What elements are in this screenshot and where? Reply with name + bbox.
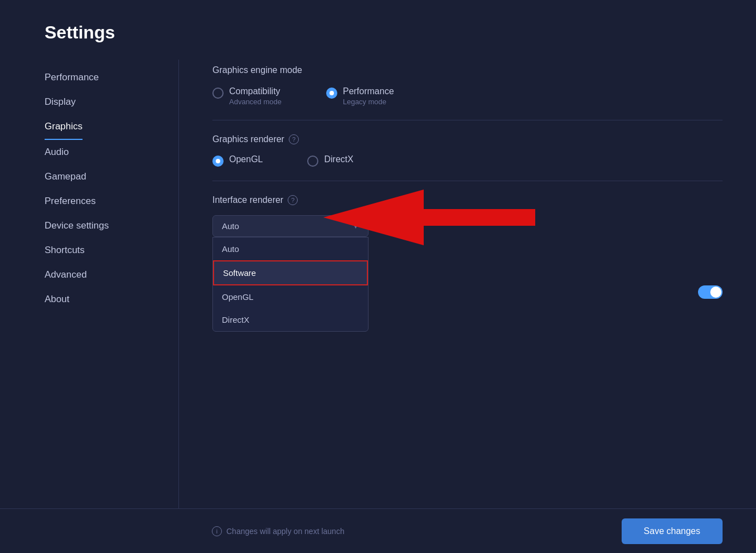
radio-performance[interactable]: Performance Legacy mode (326, 86, 394, 106)
graphics-engine-mode-group: Compatibility Advanced mode Performance … (212, 86, 723, 106)
interface-renderer-selected-value: Auto (222, 221, 239, 231)
footer-notice: i Changes will apply on next launch (212, 526, 345, 536)
sidebar-item-performance[interactable]: Performance (45, 65, 156, 90)
page-title: Settings (0, 0, 756, 60)
sidebar-item-shortcuts[interactable]: Shortcuts (45, 238, 156, 263)
separator-1 (212, 120, 723, 120)
radio-opengl-label: OpenGL (229, 154, 263, 164)
interface-renderer-help-icon[interactable]: ? (288, 195, 298, 205)
graphics-engine-mode-title: Graphics engine mode (212, 65, 723, 75)
footer: i Changes will apply on next launch Save… (0, 508, 756, 553)
sidebar-item-graphics[interactable]: Graphics (45, 114, 83, 140)
dropdown-item-software[interactable]: Software (213, 260, 368, 285)
graphics-renderer-header: Graphics renderer ? (212, 134, 723, 144)
radio-compatibility-label: Compatibility (229, 86, 282, 96)
radio-compatibility-sublabel: Advanced mode (229, 98, 282, 106)
radio-performance-sublabel: Legacy mode (343, 98, 394, 106)
sidebar-item-about[interactable]: About (45, 287, 156, 312)
interface-renderer-title: Interface renderer (212, 195, 283, 205)
radio-compatibility[interactable]: Compatibility Advanced mode (212, 86, 282, 106)
interface-renderer-dropdown-menu: Auto Software OpenGL DirectX (212, 237, 369, 332)
sidebar-item-display[interactable]: Display (45, 90, 156, 114)
radio-circle-directx (307, 156, 318, 167)
main-content: Graphics engine mode Compatibility Advan… (179, 60, 756, 551)
interface-renderer-dropdown-button[interactable]: Auto ▼ (212, 215, 369, 237)
sidebar-item-advanced[interactable]: Advanced (45, 263, 156, 287)
radio-circle-opengl (212, 156, 224, 167)
radio-performance-label: Performance (343, 86, 394, 96)
radio-opengl[interactable]: OpenGL (212, 154, 263, 167)
radio-directx-label: DirectX (324, 154, 353, 164)
interface-renderer-dropdown[interactable]: Auto ▼ Auto Software OpenGL DirectX (212, 215, 369, 237)
sidebar-item-device-settings[interactable]: Device settings (45, 214, 156, 238)
info-icon: i (212, 526, 222, 536)
toggle-knob (710, 287, 721, 298)
dropdown-item-opengl[interactable]: OpenGL (213, 285, 368, 308)
sidebar-item-preferences[interactable]: Preferences (45, 189, 156, 214)
graphics-renderer-title: Graphics renderer (212, 134, 284, 144)
separator-2 (212, 181, 723, 181)
sidebar-item-gamepad[interactable]: Gamepad (45, 164, 156, 189)
graphics-renderer-group: OpenGL DirectX (212, 154, 723, 167)
radio-circle-compatibility (212, 88, 224, 99)
prefer-gpu-toggle[interactable] (698, 285, 723, 299)
radio-directx[interactable]: DirectX (307, 154, 353, 167)
radio-circle-performance (326, 88, 337, 99)
sidebar: Performance Display Graphics Audio Gamep… (0, 60, 178, 551)
save-changes-button[interactable]: Save changes (622, 518, 723, 544)
dropdown-item-directx[interactable]: DirectX (213, 308, 368, 331)
sidebar-item-audio[interactable]: Audio (45, 140, 156, 164)
chevron-down-icon: ▼ (352, 222, 359, 230)
footer-notice-text: Changes will apply on next launch (226, 527, 345, 536)
dropdown-item-auto[interactable]: Auto (213, 237, 368, 260)
interface-renderer-header: Interface renderer ? (212, 195, 723, 205)
graphics-renderer-help-icon[interactable]: ? (289, 134, 299, 144)
